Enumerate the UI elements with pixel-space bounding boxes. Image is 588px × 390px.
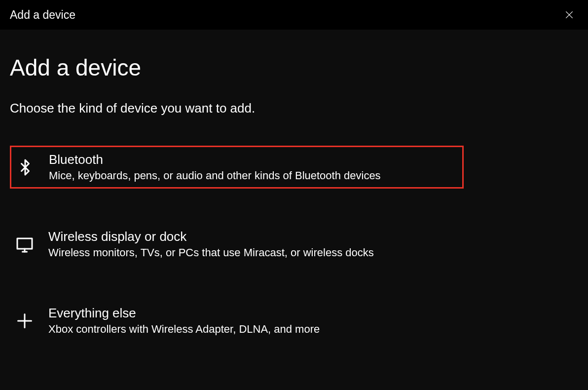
page-subtitle: Choose the kind of device you want to ad…: [10, 101, 578, 116]
svg-rect-2: [17, 238, 32, 249]
close-button[interactable]: [560, 8, 578, 22]
content-area: Add a device Choose the kind of device y…: [0, 30, 588, 386]
device-option-description: Wireless monitors, TVs, or PCs that use …: [48, 246, 459, 259]
device-option-title: Everything else: [48, 306, 459, 321]
monitor-icon: [15, 234, 35, 254]
device-text: Everything else Xbox controllers with Wi…: [48, 306, 459, 336]
plus-icon: [15, 311, 35, 331]
page-title: Add a device: [10, 54, 578, 81]
device-text: Wireless display or dock Wireless monito…: [48, 229, 459, 259]
titlebar: Add a device: [0, 0, 588, 30]
device-option-description: Xbox controllers with Wireless Adapter, …: [48, 323, 459, 336]
window-title: Add a device: [10, 8, 75, 22]
device-option-title: Wireless display or dock: [48, 229, 459, 244]
device-option-title: Bluetooth: [49, 152, 458, 167]
device-text: Bluetooth Mice, keyboards, pens, or audi…: [49, 152, 458, 182]
device-option-description: Mice, keyboards, pens, or audio and othe…: [49, 169, 458, 182]
bluetooth-icon: [15, 157, 35, 177]
close-icon: [564, 10, 574, 20]
device-option-bluetooth[interactable]: Bluetooth Mice, keyboards, pens, or audi…: [10, 146, 464, 189]
device-option-everything-else[interactable]: Everything else Xbox controllers with Wi…: [10, 300, 464, 342]
device-option-wireless-display[interactable]: Wireless display or dock Wireless monito…: [10, 223, 464, 265]
